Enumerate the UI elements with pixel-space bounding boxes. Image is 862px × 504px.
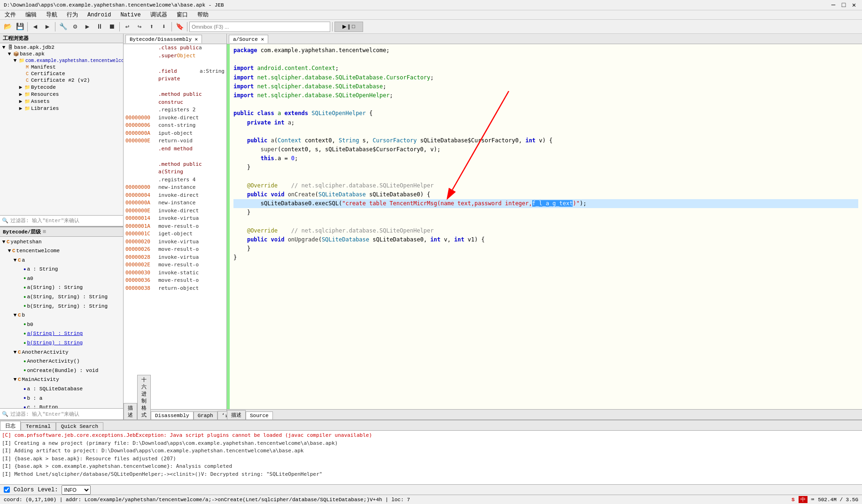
menu-edit[interactable]: 编辑 [23,10,39,19]
hier-b-class[interactable]: ▼ C b [1,311,122,320]
minimize-button[interactable]: ─ [829,1,838,9]
tree-item-bytecode[interactable]: ▶ 📁 Bytecode [1,84,122,91]
hier-ma-a-sqlitedb[interactable]: ● a : SQLiteDatabase [1,385,122,394]
tree-item-resources[interactable]: ▶ 📁 Resources [1,91,122,98]
bc-line: 00000030 invoke-static [124,269,226,277]
level-label: Level: [38,487,58,493]
menu-window[interactable]: 窗口 [174,10,191,19]
toolbar-forward[interactable]: ▶ [42,21,53,32]
hier-tencentwelcome[interactable]: ▼ C tencentwelcome [1,247,122,256]
hier-a-field[interactable]: ● a : String [1,265,122,274]
toolbar-btn-11[interactable]: ⬇ [158,21,170,32]
toolbar-sep-4 [171,22,172,31]
tree-item-assets[interactable]: ▶ 📁 Assets [1,98,122,105]
src-line-3: import android.content.Context; [233,64,858,73]
menu-native[interactable]: Native [117,10,143,19]
toolbar-back[interactable]: ◀ [30,21,41,32]
hier-b0[interactable]: ● b0 [1,320,122,330]
tree-item-jdb2[interactable]: ▼ 🗄 base.apk.jdb2 [1,44,122,51]
toolbar-btn-3[interactable]: 🔧 [57,21,69,32]
tree-label: base.apk.jdb2 [14,45,122,50]
toolbar-btn-10[interactable]: ⬆ [146,21,157,32]
toolbar-btn-9[interactable]: ↪ [134,21,145,32]
hier-yaphetshan[interactable]: ▼ C yaphetshan [1,238,122,247]
tab-bytecode-disasm[interactable]: Bytecode/Disassembly ✕ [125,35,202,43]
hier-anotheractivity[interactable]: ▼ C AnotherActivity [1,348,122,357]
menu-file[interactable]: 文件 [2,10,19,19]
tab-describe[interactable]: 描述 [124,403,137,419]
titlebar-controls[interactable]: ─ □ ✕ [829,1,858,9]
tab-right-source[interactable]: Source [246,411,273,419]
tab-right-describe[interactable]: 描述 [227,410,246,419]
tab-source[interactable]: a/Source ✕ [229,35,268,43]
tab-quick-search[interactable]: Quick Search [56,422,103,430]
tree-label: Libraries [31,106,122,111]
hier-b-a-string[interactable]: ● a(String) : String [1,329,122,339]
hier-label: a [22,256,25,265]
method-icon: ● [23,321,26,328]
colors-checkbox[interactable] [4,487,10,493]
level-select[interactable]: INFO DEBUG WARN ERROR [62,485,91,495]
explorer-tree[interactable]: ▼ 🗄 base.apk.jdb2 ▼ 📦 base.apk ▼ 📁 com.e… [0,43,123,215]
source-code[interactable]: package com.example.yaphetshan.tencentwe… [230,44,862,409]
hier-ma-c-button[interactable]: ● c : Button [1,403,122,408]
menu-nav[interactable]: 导航 [43,10,60,19]
tree-item-cert[interactable]: C Certificate [1,70,122,77]
hier-a-string-method[interactable]: ● a(String) : String [1,283,122,293]
source-wrapper: package com.example.yaphetshan.tencentwe… [227,44,862,409]
close-button[interactable]: ✕ [850,1,858,9]
run-button[interactable]: ▶ ‖ □ [334,22,363,32]
tab-log[interactable]: 日志 [0,421,21,430]
hier-b-string-string[interactable]: ● b(String, String) : String [1,302,122,311]
toolbar-btn-7[interactable]: ⏹ [106,21,117,32]
hier-b-b-string[interactable]: ● b(String) : String [1,339,122,348]
tree-item-manifest[interactable]: M Manifest [1,64,122,70]
tab-disasm[interactable]: Disassembly [151,411,194,419]
titlebar: D:\Download\apps\com.example.yaphetshan.… [0,0,862,10]
toolbar-btn-1[interactable]: 📂 [2,21,13,32]
bc-line: .field private a:String [124,68,226,83]
tab-graph[interactable]: Graph [194,411,217,419]
bytecode-hierarchy-tree[interactable]: ▼ C yaphetshan ▼ C tencentwelcome ▼ C a [0,237,123,409]
title-text: D:\Download\apps\com.example.yaphetshan.… [4,2,224,8]
toolbar-btn-6[interactable]: ⏸ [94,21,105,32]
tree-item-libraries[interactable]: ▶ 📁 Libraries [1,105,122,112]
hier-anotheractivity-ctor[interactable]: ● AnotherActivity() [1,357,122,366]
omnibox-input[interactable] [189,22,330,32]
tree-arrow: ▼ [7,51,12,57]
main-area: 工程浏览器 ▼ 🗄 base.apk.jdb2 ▼ 📦 base.apk [0,34,862,495]
menu-android[interactable]: Android [85,10,114,19]
tree-arrow: ▶ [18,98,23,104]
menu-debugger[interactable]: 调试器 [148,10,170,19]
src-line-15 [233,172,858,181]
tree-item-apk[interactable]: ▼ 📦 base.apk [1,51,122,57]
toolbar-btn-4[interactable]: ⚙ [70,21,81,32]
tree-item-package[interactable]: ▼ 📁 com.example.yaphetshan.tencentwelcom… [1,57,122,64]
toolbar-bookmark[interactable]: 🔖 [174,21,185,32]
hier-ma-b-a[interactable]: ● b : a [1,394,122,403]
bytecode-disasm-content[interactable]: .class public a .super Object .field pri… [124,44,226,409]
tab-terminal[interactable]: Terminal [21,422,56,430]
tree-item-cert2[interactable]: C Certificate #2 (v2) [1,77,122,84]
toolbar-btn-2[interactable]: 💾 [14,21,25,32]
hier-mainactivity[interactable]: ▼ C MainActivity [1,375,122,385]
toolbar-sep-1 [27,22,28,31]
hier-a-class[interactable]: ▼ C a [1,256,122,265]
hier-a0-method[interactable]: ● a0 [1,274,122,284]
menu-action[interactable]: 行为 [64,10,81,19]
bc-line: 00000000 invoke-direct [124,114,226,122]
toolbar-btn-8[interactable]: ↩ [122,21,133,32]
hier-anotheractivity-oncreate[interactable]: ● onCreate(Bundle) : void [1,366,122,376]
explorer-filter[interactable]: 🔍 过滤器: 输入"Enter"来确认 [0,215,123,226]
hier-filter[interactable]: 🔍 过滤器: 输入"Enter"来确认 [0,408,123,419]
apk-icon: 📦 [12,51,20,57]
menu-help[interactable]: 帮助 [194,10,211,19]
hier-label: tencentwelcome [16,247,60,256]
toolbar-btn-5[interactable]: ▶ [82,21,93,32]
maximize-button[interactable]: □ [839,1,848,9]
hier-a-string-string-method[interactable]: ● a(String, String) : String [1,293,122,302]
tab-hex[interactable]: 十六进制格式 [137,375,151,419]
src-line-23: } [233,244,858,253]
assets-icon: 📁 [23,99,31,104]
method-icon: ● [23,367,26,374]
